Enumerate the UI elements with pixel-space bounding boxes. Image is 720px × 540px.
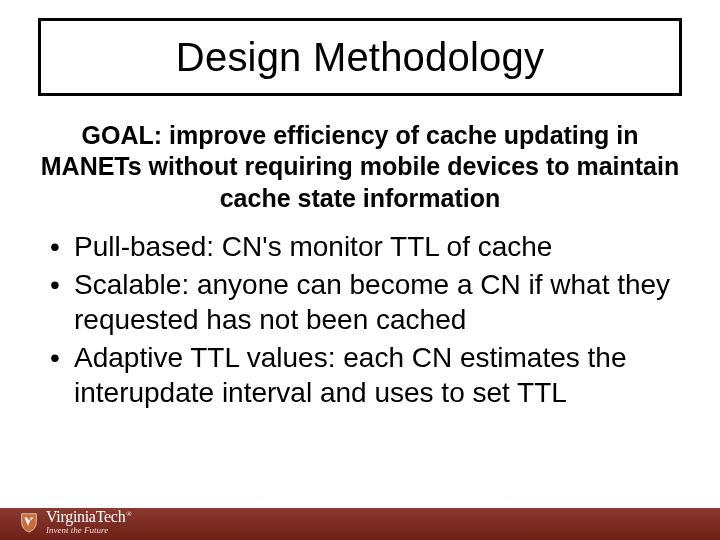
footer-tagline: Invent the Future [46,526,131,535]
list-item: • Scalable: anyone can become a CN if wh… [46,268,681,337]
footer-org: VirginiaTech® [46,509,131,525]
goal-statement: GOAL: improve efficiency of cache updati… [36,120,684,214]
vt-shield-icon [18,511,40,533]
bullet-icon: • [46,341,74,375]
list-item: • Pull-based: CN's monitor TTL of cache [46,230,681,264]
bullet-list: • Pull-based: CN's monitor TTL of cache … [46,230,681,414]
footer: VirginiaTech® Invent the Future [0,496,720,540]
bullet-icon: • [46,268,74,302]
bullet-text: Pull-based: CN's monitor TTL of cache [74,230,681,264]
bullet-icon: • [46,230,74,264]
slide: Design Methodology GOAL: improve efficie… [0,0,720,540]
footer-brand: VirginiaTech® Invent the Future [18,509,131,535]
list-item: • Adaptive TTL values: each CN estimates… [46,341,681,410]
org-name: VirginiaTech [46,508,125,525]
title-box: Design Methodology [38,18,682,96]
trademark-icon: ® [125,510,131,518]
footer-brand-text: VirginiaTech® Invent the Future [46,509,131,535]
slide-title: Design Methodology [176,35,544,80]
bullet-text: Scalable: anyone can become a CN if what… [74,268,681,337]
bullet-text: Adaptive TTL values: each CN estimates t… [74,341,681,410]
